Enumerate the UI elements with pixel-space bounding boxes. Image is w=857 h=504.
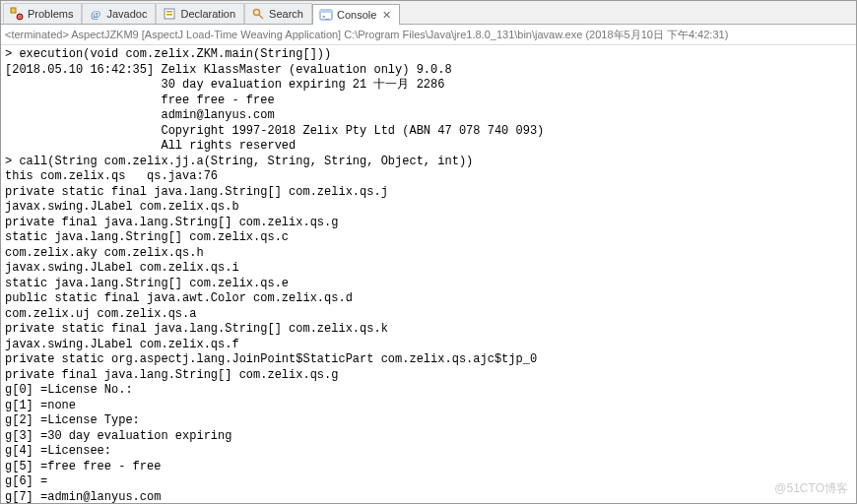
tab-problems[interactable]: Problems [3, 3, 82, 24]
watermark: @51CTO博客 [774, 480, 848, 497]
terminated-status: <terminated> AspectJZKM9 [AspectJ Load-T… [1, 25, 856, 45]
tab-label: Declaration [180, 8, 235, 20]
search-icon [251, 7, 265, 21]
svg-rect-0 [11, 8, 16, 13]
console-icon: >_ [319, 8, 333, 22]
svg-text:@: @ [91, 8, 100, 20]
tab-label: Javadoc [106, 8, 147, 20]
javadoc-icon: @ [89, 7, 102, 21]
svg-line-7 [259, 15, 263, 19]
tab-search[interactable]: Search [244, 3, 312, 24]
tab-javadoc[interactable]: @ Javadoc [82, 3, 156, 24]
tab-label: Search [269, 8, 303, 20]
console-output: > execution(void com.zelix.ZKM.main(Stri… [1, 45, 856, 504]
tab-bar: Problems @ Javadoc Declaration Search >_… [1, 1, 856, 25]
tab-label: Console [337, 9, 376, 21]
svg-text:>_: >_ [322, 14, 330, 20]
svg-rect-4 [166, 11, 172, 13]
tab-declaration[interactable]: Declaration [156, 3, 244, 24]
close-icon[interactable]: ✕ [382, 9, 391, 22]
problems-icon [10, 7, 24, 21]
declaration-icon [163, 7, 176, 21]
svg-point-1 [17, 14, 23, 20]
tab-console[interactable]: >_ Console ✕ [312, 4, 400, 25]
svg-rect-9 [320, 10, 332, 13]
tab-label: Problems [28, 8, 73, 20]
svg-rect-5 [166, 14, 172, 16]
svg-point-6 [254, 10, 260, 16]
